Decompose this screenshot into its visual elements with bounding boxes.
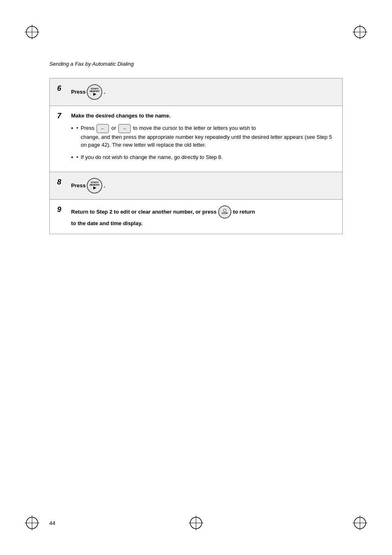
- bullet-2-content: If you do not wish to change the name, g…: [81, 153, 222, 161]
- stop-button: ◯ STOP: [218, 205, 231, 219]
- right-arrow-button: →: [118, 124, 131, 133]
- step-6-content: Press START/ MEMORY ▶ .: [71, 84, 335, 100]
- step-6-number: 6: [57, 84, 69, 93]
- left-arrow-button: ←: [97, 124, 109, 133]
- step-7-number: 7: [57, 112, 69, 120]
- step-7-bullets: • Press ← or → to move the cursor to the…: [71, 124, 335, 162]
- bullet-marker-2: •: [76, 153, 78, 161]
- bullet-1: • Press ← or → to move the cursor to the…: [71, 124, 335, 149]
- step-9-text-before: Return to Step 2 to edit or clear anothe…: [71, 207, 217, 216]
- bullet-marker-1: •: [76, 124, 78, 132]
- page-number: 44: [49, 520, 55, 526]
- step-6-text-after: .: [104, 88, 105, 96]
- step-8-content: Press START/ MEMORY ▶ .: [71, 178, 335, 193]
- step-7-heading: Make the desired changes to the name.: [71, 112, 335, 120]
- corner-mark-bl: [25, 516, 39, 530]
- step-9-text-after: to return: [233, 207, 255, 216]
- start-memory-button-6: START/ MEMORY ▶: [87, 84, 102, 100]
- step-9-number: 9: [57, 205, 69, 214]
- step-8-row: 8 Press START/ MEMORY ▶ .: [50, 172, 342, 200]
- bullet-2: • If you do not wish to change the name,…: [71, 153, 335, 162]
- step-8-text-after: .: [104, 182, 105, 190]
- step-6-text-before: Press: [71, 88, 85, 96]
- step-8-number: 8: [57, 178, 69, 187]
- start-memory-button-8: START/ MEMORY ▶: [87, 178, 102, 193]
- step-7-row: 7 Make the desired changes to the name. …: [50, 106, 342, 172]
- corner-mark-tr: [353, 25, 367, 39]
- bullet-1-content: Press ← or → to move the cursor to the l…: [81, 124, 335, 149]
- content-box: 6 Press START/ MEMORY ▶ . 7 Make the des…: [49, 78, 343, 234]
- step-8-text-before: Press: [71, 182, 85, 190]
- corner-mark-br: [353, 516, 367, 530]
- corner-mark-bc: [189, 516, 203, 530]
- step-9-row: 9 Return to Step 2 to edit or clear anot…: [50, 200, 342, 234]
- step-7-content: Make the desired changes to the name. • …: [71, 112, 335, 166]
- step-9-text-newline: to the date and time display.: [71, 219, 335, 228]
- page-header: Sending a Fax by Automatic Dialing: [49, 61, 134, 67]
- step-9-content: Return to Step 2 to edit or clear anothe…: [71, 205, 335, 228]
- corner-mark-tl: [25, 25, 39, 39]
- step-6-row: 6 Press START/ MEMORY ▶ .: [50, 78, 342, 106]
